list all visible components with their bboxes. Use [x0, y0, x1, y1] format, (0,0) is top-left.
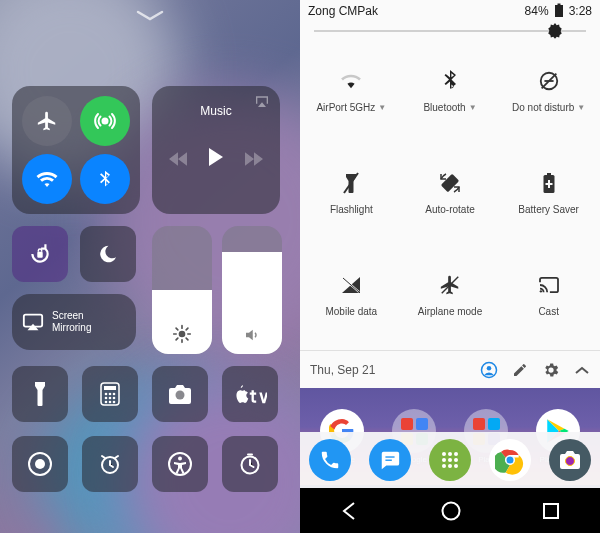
play-button[interactable]	[209, 148, 223, 169]
carrier-label: Zong CMPak	[308, 4, 378, 18]
notification-shade: Zong CMPak 84% 3:28 AirPort 5GHz▼ Blueto…	[300, 0, 600, 388]
dock-chrome[interactable]	[489, 439, 531, 481]
edit-icon[interactable]	[512, 362, 528, 378]
bluetooth-button[interactable]	[80, 154, 130, 204]
next-track-button[interactable]	[245, 152, 263, 166]
dock-apps[interactable]	[429, 439, 471, 481]
svg-point-11	[113, 397, 116, 400]
svg-line-26	[541, 74, 556, 89]
music-tile[interactable]: Music	[152, 86, 280, 214]
chevron-down-icon[interactable]	[136, 10, 164, 22]
prev-track-button[interactable]	[169, 152, 187, 166]
brightness-slider[interactable]	[300, 22, 600, 36]
clock: 3:28	[569, 4, 592, 18]
svg-point-8	[113, 393, 116, 396]
qs-tile-wifi[interactable]: AirPort 5GHz▼	[302, 40, 401, 142]
svg-rect-30	[547, 173, 551, 176]
quick-settings-grid: AirPort 5GHz▼ Bluetooth▼ Do not disturb▼…	[300, 36, 600, 350]
alarm-button[interactable]	[82, 436, 138, 492]
svg-rect-22	[555, 5, 563, 17]
sun-icon	[172, 324, 192, 344]
music-title: Music	[152, 104, 280, 118]
nav-home-button[interactable]	[440, 500, 462, 522]
svg-point-6	[105, 393, 108, 396]
status-bar: Zong CMPak 84% 3:28	[300, 0, 600, 22]
qs-tile-airplane[interactable]: Airplane mode	[401, 244, 500, 346]
svg-point-44	[442, 458, 446, 462]
nav-back-button[interactable]	[340, 501, 360, 521]
do-not-disturb-button[interactable]	[80, 226, 136, 282]
qs-tile-flashlight[interactable]: Flashlight	[302, 142, 401, 244]
apple-tv-button[interactable]	[222, 366, 278, 422]
screen-mirroring-label: Screen Mirroring	[52, 310, 91, 334]
qs-tile-cast[interactable]: Cast	[499, 244, 598, 346]
auto-rotate-icon	[438, 171, 462, 195]
camera-button[interactable]	[152, 366, 208, 422]
svg-rect-56	[544, 504, 558, 518]
svg-rect-39	[385, 456, 394, 457]
chevron-up-icon[interactable]	[574, 365, 590, 375]
screen-record-button[interactable]	[12, 436, 68, 492]
navigation-bar	[300, 488, 600, 533]
gear-icon[interactable]	[542, 361, 560, 379]
svg-rect-32	[545, 183, 552, 185]
shade-footer: Thu, Sep 21	[300, 350, 600, 388]
svg-point-47	[442, 464, 446, 468]
airplane-mode-button[interactable]	[22, 96, 72, 146]
nav-recents-button[interactable]	[542, 502, 560, 520]
user-icon[interactable]	[480, 361, 498, 379]
qs-tile-mobile-data[interactable]: Mobile data	[302, 244, 401, 346]
qs-tile-dnd[interactable]: Do not disturb▼	[499, 40, 598, 142]
svg-point-14	[113, 401, 116, 404]
wifi-icon	[340, 69, 362, 93]
volume-slider[interactable]	[222, 226, 282, 354]
cast-icon	[538, 273, 560, 297]
svg-rect-23	[557, 4, 560, 6]
svg-point-55	[443, 502, 460, 519]
dock-camera[interactable]	[549, 439, 591, 481]
screen-mirroring-button[interactable]: Screen Mirroring	[12, 294, 136, 350]
svg-point-15	[176, 391, 185, 400]
svg-point-43	[454, 452, 458, 456]
svg-point-38	[487, 365, 492, 370]
qs-tile-bluetooth[interactable]: Bluetooth▼	[401, 40, 500, 142]
airplane-off-icon	[439, 273, 461, 297]
battery-saver-icon	[542, 171, 556, 195]
svg-point-41	[442, 452, 446, 456]
qs-tile-battery-saver[interactable]: Battery Saver	[499, 142, 598, 244]
dock-messages[interactable]	[369, 439, 411, 481]
svg-point-9	[105, 397, 108, 400]
dock-phone[interactable]	[309, 439, 351, 481]
accessibility-shortcut-button[interactable]	[152, 436, 208, 492]
rotation-lock-button[interactable]	[12, 226, 68, 282]
wifi-button[interactable]	[22, 154, 72, 204]
svg-point-49	[454, 464, 458, 468]
svg-point-45	[448, 458, 452, 462]
date-label: Thu, Sep 21	[310, 363, 375, 377]
brightness-slider[interactable]	[152, 226, 212, 354]
svg-point-48	[448, 464, 452, 468]
svg-point-3	[179, 331, 186, 338]
svg-point-10	[109, 397, 112, 400]
battery-pct: 84%	[525, 4, 549, 18]
bluetooth-icon	[443, 69, 457, 93]
svg-point-13	[109, 401, 112, 404]
flashlight-button[interactable]	[12, 366, 68, 422]
signal-off-icon	[341, 273, 361, 297]
dock	[300, 432, 600, 488]
svg-point-20	[178, 457, 182, 461]
qs-tile-autorotate[interactable]: Auto-rotate	[401, 142, 500, 244]
airplay-icon	[22, 312, 44, 332]
svg-rect-1	[37, 252, 42, 258]
svg-rect-40	[385, 460, 391, 461]
connectivity-group	[12, 86, 140, 214]
dnd-off-icon	[538, 69, 560, 93]
svg-point-42	[448, 452, 452, 456]
battery-icon	[554, 3, 564, 18]
timer-button[interactable]	[222, 436, 278, 492]
cellular-data-button[interactable]	[80, 96, 130, 146]
svg-point-46	[454, 458, 458, 462]
calculator-button[interactable]	[82, 366, 138, 422]
svg-rect-5	[104, 386, 116, 390]
svg-rect-28	[441, 174, 459, 192]
